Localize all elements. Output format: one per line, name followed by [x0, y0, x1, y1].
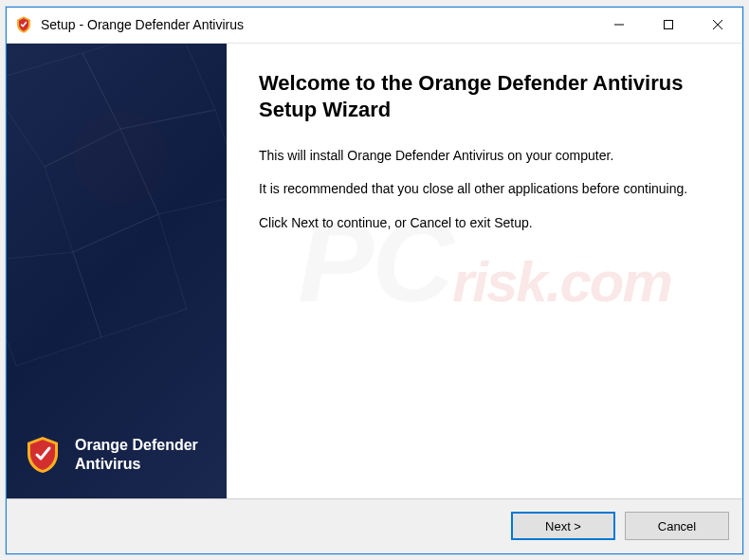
- sidebar-logo: Orange Defender Antivirus: [7, 415, 227, 498]
- close-button[interactable]: [693, 8, 742, 43]
- svg-marker-8: [73, 214, 187, 337]
- maximize-button[interactable]: [644, 8, 693, 43]
- main-panel: PCrisk.com Welcome to the Orange Defende…: [227, 44, 742, 498]
- page-title: Welcome to the Orange Defender Antivirus…: [259, 70, 710, 124]
- product-name-line2: Antivirus: [75, 455, 198, 474]
- setup-window: Setup - Orange Defender Antivirus: [6, 7, 743, 554]
- intro-text-3: Click Next to continue, or Cancel to exi…: [259, 214, 710, 233]
- minimize-button[interactable]: [594, 8, 644, 43]
- titlebar: Setup - Orange Defender Antivirus: [7, 8, 742, 44]
- button-bar: Next > Cancel: [7, 498, 742, 553]
- shield-icon: [22, 434, 64, 476]
- svg-point-10: [73, 110, 168, 205]
- window-title: Setup - Orange Defender Antivirus: [41, 17, 594, 32]
- svg-marker-9: [7, 252, 101, 366]
- product-name-line1: Orange Defender: [75, 436, 198, 455]
- intro-text-2: It is recommended that you close all oth…: [259, 180, 710, 199]
- intro-text-1: This will install Orange Defender Antivi…: [259, 147, 710, 166]
- content-area: Orange Defender Antivirus PCrisk.com Wel…: [7, 44, 742, 498]
- product-name: Orange Defender Antivirus: [75, 436, 198, 474]
- next-button[interactable]: Next >: [511, 512, 615, 540]
- app-icon: [14, 15, 33, 34]
- cancel-button[interactable]: Cancel: [625, 512, 729, 540]
- sidebar: Orange Defender Antivirus: [7, 44, 227, 498]
- svg-rect-1: [665, 21, 673, 29]
- window-controls: [594, 8, 742, 43]
